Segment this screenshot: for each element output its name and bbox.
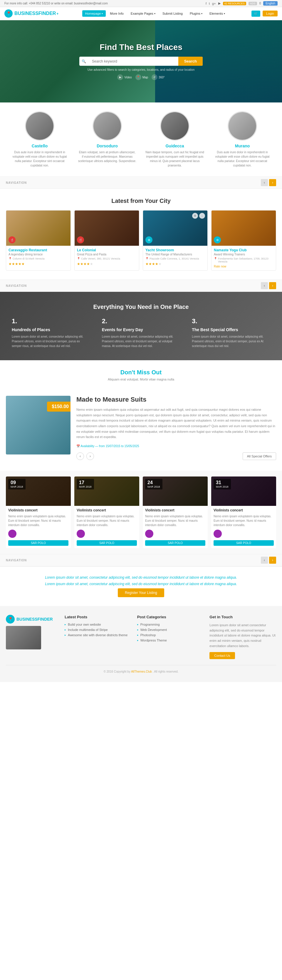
listing-sub-yacht: The United Range of Manufacturers [145,253,205,256]
san-polo-button-1[interactable]: SAR POLO [8,540,69,546]
concert-card-1: 09 MAR 2018 Violinists concert Nemo enim… [6,477,71,548]
category-guidecca-name[interactable]: Guidecca [145,143,204,148]
category-dorsoduro-name[interactable]: Dorsoduro [78,143,137,148]
social-icon-gp[interactable]: g+ [212,2,216,5]
social-icon-tw[interactable]: t [209,2,210,5]
feature-num-2: 2. [102,317,180,325]
yacht-action-2[interactable]: ↓ [199,213,205,219]
nav-item-more-info[interactable]: More Info [107,10,126,17]
nav-item-submit-listing[interactable]: Submit Listing [159,10,186,17]
hero-tag-video[interactable]: ▶ Video [117,74,132,80]
footer-post-categories-title: Post Categories [137,615,204,619]
footer-category-item-1[interactable]: Programming [137,623,204,626]
hero-title: Find The Best Places [79,43,203,52]
top-bar-info: For more info call: +044 852 53210 or wr… [5,2,108,5]
listing-name-caravaggio[interactable]: Caravaggio Restaurant [8,248,68,252]
footer-category-item-3[interactable]: Photoshop [137,633,204,637]
location-pin-icon-3: 📍 [145,257,149,260]
latest-nav-prev[interactable]: ‹ [261,282,268,289]
suit-nav-prev[interactable]: ‹ [76,452,84,460]
nav-item-example-pages[interactable]: Example Pages ▾ [128,10,158,17]
feature-item-1: 1. Hundreds of Places Lorem ipsum dolor … [6,317,96,348]
listing-loc-caravaggio: 📍 Column di St.Mark Venezia [8,257,68,260]
listing-body-caravaggio: Caravaggio Restaurant A legendary dining… [6,246,70,268]
search-icon: 🔍 [79,59,88,64]
san-polo-button-4[interactable]: SAR POLO [213,540,274,546]
nav-prev-arrow[interactable]: ‹ [261,179,268,186]
feature-title-3: The Best Special Offers [192,327,270,332]
feature-desc-2: Lorem ipsum dolor sit amet, consectetur … [102,334,180,348]
contact-us-button[interactable]: Contact Us [209,652,235,659]
footer-post-item-1[interactable]: Build your own website [65,623,131,626]
concert-desc-4: Nemo enim ipsam voluptatem quia voluptas… [213,514,274,527]
concerts-nav-prev[interactable]: ‹ [261,557,268,564]
concert-avatar-2 [76,530,85,538]
listing-img-yacht: ⚙ ⚙ ↓ [143,210,207,246]
calendar-icon: 📅 [76,444,80,448]
concert-body-3: Violinists concert Nemo enim ipsam volup… [143,506,208,548]
latest-section: Latest from Your City 🍴 Caravaggio Resta… [0,189,282,280]
logo-text: BUSINESSFINDER+ [14,11,59,16]
footer-columns: Latest Posts Build your own website Incl… [65,615,276,659]
san-polo-button-3[interactable]: SAR POLO [145,540,206,546]
listing-body-yacht: Yacht Showroom The United Range of Manuf… [143,246,207,268]
listing-name-colonial[interactable]: Le Colonial [77,248,137,252]
copyright-suffix: . All rights reserved. [153,670,178,673]
category-castello-name[interactable]: Castello [10,143,69,148]
hero-tag-360[interactable]: ↺ 360° [151,74,165,80]
footer-category-item-4[interactable]: Wordpress Theme [137,638,204,642]
nav-item-elements[interactable]: Elements ▾ [207,10,228,17]
suit-special-offers-button[interactable]: All Special Offers [243,452,276,460]
suit-content: Made to Measure Suits Nemo enim ipsam vo… [76,396,276,465]
social-icon-fb[interactable]: f [206,2,207,5]
video-icon: ▶ [117,74,123,80]
latest-nav-strip: NAVIGATION ‹ › [0,280,282,292]
latest-nav-next[interactable]: › [269,282,276,289]
category-murano-desc: Duis aute irure dolor in reprehenderit i… [213,150,272,168]
concert-avatar-3 [145,530,153,538]
footer-post-item-2[interactable]: Include multimedia of Stripe [65,628,131,632]
listing-sub-colonial: Great Pizza and Pasta [77,253,137,256]
hero-tag-map[interactable]: 📍 Map [135,74,148,80]
footer-category-item-2[interactable]: Web Development [137,628,204,632]
categories-row: Castello Duis aute irure dolor in repreh… [6,111,276,168]
footer-col-get-in-touch: Get in Touch Lorem ipsum dolor sit amet … [209,615,276,659]
footer-get-in-touch-title: Get in Touch [209,615,276,619]
language-selector[interactable]: English [263,1,277,6]
register-listing-button[interactable]: Register Your Listing [118,589,164,597]
nav-arrows: ‹ › [261,179,276,186]
san-polo-button-2[interactable]: SAR POLO [76,540,137,546]
listing-sub-yoga: Award Winning Trainers [214,253,274,256]
suit-nav-next[interactable]: › [86,452,94,460]
feature-title-2: Events for Every Day [102,327,180,332]
suit-description: Nemo enim ipsam voluptatem quia voluptas… [76,407,276,440]
nav-item-homepage[interactable]: Homepage ▾ [82,10,106,17]
nav-next-arrow[interactable]: › [269,179,276,186]
footer-latest-posts-list: Build your own website Include multimedi… [65,623,131,637]
login-button[interactable]: Login [263,11,277,16]
feature-num-1: 1. [12,317,90,325]
footer-logo: 📍 BUSINESSFINDER [6,615,59,624]
features-row: 1. Hundreds of Places Lorem ipsum dolor … [6,317,276,348]
listing-card-yacht: ⚙ ⚙ ↓ Yacht Showroom The United Range of… [143,210,208,271]
concerts-nav-next[interactable]: › [269,557,276,564]
concert-avatar-1 [8,530,16,538]
yacht-action-1[interactable]: ⚙ [192,213,198,219]
cart-icon[interactable]: 🛒 [252,11,260,17]
nav-item-plugins[interactable]: Plugins ▾ [187,10,206,17]
listing-img-yoga: ⚙ [212,210,276,246]
rate-now-yoga[interactable]: Rate now [214,265,274,268]
listing-name-yacht[interactable]: Yacht Showroom [145,248,205,252]
category-murano-name[interactable]: Murano [213,143,272,148]
header-right: 🛒 Login [252,11,277,17]
search-button[interactable]: Search [178,57,203,66]
footer-post-item-3[interactable]: Awesome site with diverse districts them… [65,633,131,637]
listing-name-yoga[interactable]: Namaste Yoga Club [214,248,274,252]
search-input[interactable] [88,57,178,66]
category-guidecca-desc: Nam itaque tempore, cum aut hic feugiat … [145,150,204,168]
social-icon-yt[interactable]: ▶ [218,2,221,5]
allthemes-link[interactable]: AllThemes.Club [131,670,152,673]
top-bar: For more info call: +044 852 53210 or wr… [0,0,282,7]
feature-item-2: 2. Events for Every Day Lorem ipsum dolo… [96,317,186,348]
listing-body-colonial: Le Colonial Great Pizza and Pasta 📍 Call… [75,246,139,268]
